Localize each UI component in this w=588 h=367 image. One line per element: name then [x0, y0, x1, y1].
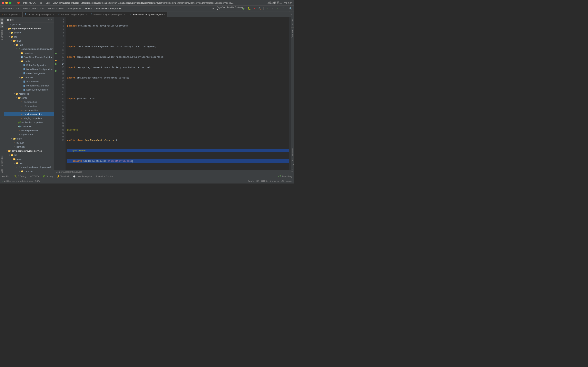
- breadcrumb-item-0[interactable]: er-service: [1, 7, 12, 10]
- git-update-icon[interactable]: ↑: [270, 7, 275, 11]
- tree-arrow[interactable]: [8, 31, 11, 34]
- tree-arrow[interactable]: [18, 52, 20, 54]
- tab-close-button[interactable]: ×: [164, 13, 165, 16]
- fold-gutter-icon[interactable]: −: [55, 55, 56, 59]
- tree-item-c4[interactable]: c4.properties: [4, 104, 54, 108]
- menu-apple[interactable]: 🍎: [16, 1, 22, 4]
- tree-item-dubbo-props[interactable]: dubbo.properties: [4, 128, 54, 133]
- menu-file[interactable]: File: [37, 1, 44, 4]
- settings-button[interactable]: ⚙: [211, 7, 215, 11]
- tree-arrow[interactable]: [13, 44, 16, 46]
- encoding[interactable]: UTF-8: [261, 180, 268, 183]
- vtab-structure[interactable]: Z: Structure: [0, 29, 3, 41]
- tree-arrow[interactable]: [18, 60, 20, 62]
- event-log-button[interactable]: ✓1 Event Log: [277, 174, 293, 179]
- breadcrumb-item-2[interactable]: main: [22, 7, 28, 10]
- git-check-icon[interactable]: ✓: [265, 7, 269, 11]
- tree-item-nacos-config[interactable]: NacosConfiguration: [4, 71, 54, 75]
- git-status-icon[interactable]: ✔: [276, 7, 280, 11]
- tab-settings-icon[interactable]: ≡: [289, 11, 294, 17]
- tab-close-button[interactable]: ×: [124, 13, 125, 16]
- vtab-favorites[interactable]: 2: Favorites: [0, 155, 3, 167]
- tab-close-button[interactable]: ×: [19, 13, 21, 16]
- tree-item-bootstrap[interactable]: bootstrap: [4, 51, 54, 55]
- build-button[interactable]: 🔨: [258, 7, 262, 11]
- tree-arrow[interactable]: [6, 150, 8, 152]
- traffic-lights[interactable]: [2, 2, 11, 4]
- tree-item-preview[interactable]: preview.properties: [4, 112, 54, 116]
- debug-button[interactable]: 🐛: [247, 7, 251, 11]
- bottom-tab-java-enterprise[interactable]: ☕ Java Enterprise: [72, 174, 93, 179]
- tree-item-dockerfile[interactable]: 🐳 Dockerfile: [4, 124, 54, 128]
- bottom-tab-terminal[interactable]: ⚡ Terminal: [56, 174, 70, 179]
- tree-item-dubbo-config[interactable]: DubboConfiguration: [4, 63, 54, 67]
- tree-item-service-java[interactable]: java: [4, 161, 54, 165]
- tree-item-api-controller[interactable]: ApiController: [4, 80, 54, 83]
- scroll-indicator[interactable]: [289, 17, 291, 170]
- breadcrumb-item-8[interactable]: service: [85, 7, 93, 10]
- history-icon[interactable]: ⏱: [281, 7, 285, 11]
- breadcrumb-item-9[interactable]: DemoNacosConfigServic...: [96, 7, 124, 10]
- tree-item-java[interactable]: java: [4, 43, 54, 47]
- tree-item-config[interactable]: config: [4, 59, 54, 63]
- tree-item-monethread[interactable]: monethread: [4, 173, 54, 174]
- tree-item-bootstrap-class[interactable]: DayuDemoProviderBootstrap: [4, 55, 54, 59]
- code-editor[interactable]: package com.xiaomi.mone.dayuprovider.ser…: [66, 17, 289, 170]
- tree-item-build-sh[interactable]: build.sh: [4, 141, 54, 145]
- tree-arrow[interactable]: [11, 40, 13, 42]
- run-button[interactable]: ▶: [242, 7, 246, 11]
- tree-item-nacos-controller[interactable]: NacosDemoController: [4, 88, 54, 92]
- tree-item-provider-server[interactable]: dayu-demo-provider-server: [4, 26, 54, 31]
- tree-arrow[interactable]: [13, 162, 16, 164]
- tree-item-pom-root[interactable]: pom.xml: [4, 22, 54, 26]
- tree-item-logback[interactable]: logback.xml: [4, 133, 54, 137]
- tree-arrow[interactable]: [13, 92, 16, 95]
- vtab-project[interactable]: 1: Project: [0, 18, 3, 28]
- tab-nacos-config[interactable]: NacosConfiguration.java ×: [23, 12, 56, 17]
- tree-item-staging[interactable]: staging.properties: [4, 116, 54, 120]
- breadcrumb-item-6[interactable]: mone: [58, 7, 65, 10]
- breadcrumb-item-3[interactable]: java: [31, 7, 36, 10]
- tab-ion-properties[interactable]: ion.properties ×: [0, 12, 23, 17]
- cursor-position[interactable]: 14:49: [248, 180, 254, 183]
- tree-arrow[interactable]: [18, 76, 20, 79]
- stop-button[interactable]: ■: [252, 7, 256, 11]
- tree-item-controller[interactable]: controller: [4, 75, 54, 80]
- run-config-dropdown[interactable]: DayuDemoProviderBootstrap ▾: [216, 7, 241, 11]
- right-tab-maven[interactable]: Maven: [291, 18, 294, 26]
- tree-item-deploy[interactable]: deploy: [4, 31, 54, 35]
- bottom-tab-debug[interactable]: 🐛 5 Debug: [13, 174, 27, 179]
- bottom-tab-todo[interactable]: 6 TODO: [30, 174, 40, 179]
- vtab-web[interactable]: Web: [0, 168, 3, 174]
- breadcrumb-item-1[interactable]: src: [15, 7, 19, 10]
- tree-item-c3[interactable]: c3.properties: [4, 100, 54, 104]
- search-everywhere-button[interactable]: 🔍: [289, 7, 293, 11]
- tree-arrow[interactable]: [16, 48, 18, 50]
- tree-item-service-main[interactable]: main: [4, 157, 54, 161]
- fold-gutter-icon-19[interactable]: −: [55, 80, 56, 83]
- tree-item-pkg[interactable]: com.xiaomi.mone.dayuprovider: [4, 47, 54, 51]
- right-tab-database[interactable]: Database: [291, 28, 294, 40]
- tree-item-pom-server[interactable]: pom.xml: [4, 145, 54, 149]
- tab-close-button[interactable]: ×: [86, 13, 87, 16]
- tree-item-res-config[interactable]: config: [4, 96, 54, 100]
- indent[interactable]: 4 spaces: [270, 180, 279, 183]
- git-branch[interactable]: Git: master: [281, 180, 292, 183]
- bottom-tab-spring[interactable]: 🌿 Spring: [42, 174, 54, 179]
- tree-arrow[interactable]: [11, 158, 13, 160]
- run-gutter-icon[interactable]: ▶: [55, 52, 57, 55]
- menu-edit[interactable]: Edit: [44, 1, 51, 4]
- tree-item-dev[interactable]: dev.properties: [4, 108, 54, 112]
- tree-item-service-src[interactable]: src: [4, 153, 54, 157]
- sidebar-settings-icon[interactable]: ⚙: [48, 18, 50, 21]
- tree-arrow[interactable]: [18, 170, 20, 173]
- breadcrumb-item-7[interactable]: dayuprovider: [68, 7, 82, 10]
- menu-appname[interactable]: IntelliJ IDEA: [22, 1, 37, 4]
- sidebar-minimize-icon[interactable]: −: [51, 18, 52, 21]
- tree-item-common[interactable]: common: [4, 169, 54, 173]
- maximize-button[interactable]: [9, 2, 11, 4]
- fold-gutter-icon-31[interactable]: −: [55, 121, 56, 125]
- fold-gutter-icon-23[interactable]: −: [55, 93, 56, 97]
- tree-item-main[interactable]: main: [4, 39, 54, 43]
- fold-gutter-icon-27[interactable]: −: [55, 107, 56, 111]
